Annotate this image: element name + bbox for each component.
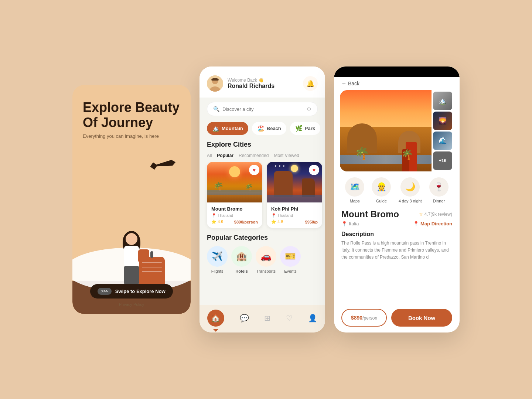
title-line2: Of Journey: [83, 115, 153, 130]
popular-categories-section: Popular Categories ✈️ Flights 🏨 Hotels 🚗…: [200, 234, 325, 273]
action-guide[interactable]: 👷 Guide: [372, 177, 391, 203]
place-name-row: Mount Bromo ☆ 4.7(9k review): [341, 209, 452, 219]
price-unit: /person: [362, 316, 377, 321]
flights-label: Flights: [211, 269, 223, 273]
header-text: Welcome Back 👋 Ronald Richards: [228, 78, 274, 89]
screen1-title: Explore Beauty Of Journey: [83, 100, 180, 130]
city-location-koh: 📍 Thailand: [271, 213, 293, 218]
header-left: Welcome Back 👋 Ronald Richards: [207, 75, 274, 92]
place-name: Mount Bromo: [341, 209, 399, 219]
category-mountain[interactable]: 🏔️ Mountain: [207, 122, 248, 135]
back-arrow: ←: [341, 81, 347, 86]
pop-cat-hotels[interactable]: 🏨 Hotels: [231, 246, 252, 273]
screen1: Explore Beauty Of Journey Everything you…: [72, 85, 191, 314]
booking-bar: $890/person Book Now: [334, 303, 460, 332]
action-maps[interactable]: 🗺️ Maps: [345, 177, 364, 203]
pop-cat-flights[interactable]: ✈️ Flights: [207, 246, 228, 273]
search-bar[interactable]: 🔍 ⚙: [207, 102, 318, 116]
hotels-label: Hotels: [235, 269, 248, 273]
events-label: Events: [284, 269, 297, 273]
welcome-text: Welcome Back 👋: [228, 78, 274, 83]
rating-text: ☆ 4.7(9k review): [419, 212, 452, 217]
action-icons-row: 🗺️ Maps 👷 Guide 🌙 4 day 3 night 🍷 Dinner: [334, 171, 460, 206]
location-name: Italia: [349, 221, 359, 226]
map-direction-link[interactable]: 📍 Map Direction: [413, 221, 452, 226]
map-direction-label: Map Direction: [420, 221, 452, 226]
category-beach[interactable]: 🏖️ Beach: [252, 122, 286, 135]
city-location-bromo: 📍 Thailand: [211, 213, 233, 218]
person-head: [126, 233, 137, 245]
city-card-mount-bromo[interactable]: 🌴 🌴 ♥ Mount Bromo 📍 Thailand ⭐ 4.9: [207, 162, 262, 228]
hero-mountains: [340, 127, 432, 171]
city-meta-bromo: 📍 Thailand: [211, 213, 258, 218]
tab-popular[interactable]: Popular: [217, 153, 233, 158]
tab-recommended[interactable]: Recommended: [239, 153, 269, 158]
screen2: Welcome Back 👋 Ronald Richards 🔔 🔍 ⚙ 🏔️ …: [200, 66, 325, 332]
pop-cat-events[interactable]: 🎫 Events: [280, 246, 301, 273]
pop-cat-transports[interactable]: 🚗 Transports: [256, 246, 276, 273]
city-price-row-koh: ⭐ 4.8 $950/p: [271, 219, 318, 224]
screen1-bottom: >>> Swipe to Explore Now Privacy Policy: [72, 284, 191, 307]
hero-palm-left: 🌴: [355, 146, 369, 160]
plane-icon: [149, 157, 177, 173]
thumbnail-1[interactable]: 🏔️: [433, 92, 452, 110]
screens-container: Explore Beauty Of Journey Everything you…: [72, 66, 460, 332]
action-dinner[interactable]: 🍷 Dinner: [429, 177, 449, 203]
category-park[interactable]: 🌿 Park: [290, 122, 320, 135]
nav-home[interactable]: 🏠: [207, 310, 224, 327]
thumbnail-3[interactable]: 🌊: [433, 132, 452, 150]
city-card-koh-phi-phi[interactable]: ✦ ✦ ✦ ♥ Koh Phi Phi 📍 Thailand ⭐ 4.8: [267, 162, 322, 228]
search-input[interactable]: [222, 106, 304, 112]
hero-water: [340, 155, 432, 164]
city-rating-koh: ⭐ 4.8: [271, 219, 283, 224]
thumbnail-more[interactable]: +16: [433, 151, 452, 170]
filter-icon[interactable]: ⚙: [307, 106, 311, 112]
description-text: The Rolle Pass is a high mountain pass i…: [341, 240, 452, 261]
popular-cats-title: Popular Categories: [207, 234, 318, 242]
city-info-koh: Koh Phi Phi 📍 Thailand ⭐ 4.8 $950/p: [267, 202, 322, 228]
transports-icon: 🚗: [256, 246, 276, 267]
favorite-button-koh[interactable]: ♥: [309, 165, 319, 175]
hero-image-container: 🌴 🌴 🏔️ 🌄 🌊 +16: [340, 90, 454, 171]
location-text: 📍 Italia: [341, 221, 359, 226]
flights-icon: ✈️: [207, 246, 228, 267]
tab-most-viewed[interactable]: Most Viewed: [274, 153, 299, 158]
maps-icon: 🗺️: [345, 177, 364, 197]
nav-grid[interactable]: ⊞: [264, 314, 270, 323]
hero-palm-right: 🌴: [401, 149, 413, 160]
transports-label: Transports: [256, 269, 276, 273]
screen3: ← Back 🌴 🌴 🏔️ 🌄: [334, 66, 460, 332]
detail-section: Mount Bromo ☆ 4.7(9k review) 📍 Italia 📍 …: [334, 206, 460, 264]
price-button[interactable]: $890/person: [341, 309, 387, 327]
thumbnail-2[interactable]: 🌄: [433, 112, 452, 130]
days-icon: 🌙: [400, 177, 420, 197]
back-bar[interactable]: ← Back: [334, 77, 460, 90]
tab-all[interactable]: All: [207, 153, 212, 158]
categories-row: 🏔️ Mountain 🏖️ Beach 🌿 Park: [200, 120, 325, 139]
rating-star: ☆: [419, 212, 424, 217]
screen2-header: Welcome Back 👋 Ronald Richards 🔔: [200, 66, 325, 98]
map-direction-icon: 📍: [413, 221, 419, 226]
bottom-nav: 🏠 💬 ⊞ ♡ 👤: [200, 305, 325, 332]
nav-favorites[interactable]: ♡: [286, 314, 293, 323]
dinner-label: Dinner: [433, 199, 445, 203]
hero-thumbnails: 🏔️ 🌄 🌊 +16: [432, 90, 454, 171]
avatar: [207, 75, 223, 92]
svg-rect-7: [211, 79, 219, 81]
location-pin-icon: 📍: [341, 221, 347, 226]
favorite-button-bromo[interactable]: ♥: [249, 165, 259, 175]
book-now-button[interactable]: Book Now: [391, 309, 452, 327]
nav-chat[interactable]: 💬: [240, 314, 249, 323]
action-days[interactable]: 🌙 4 day 3 night: [399, 177, 422, 203]
city-rating-bromo: ⭐ 4.9: [211, 219, 223, 224]
screen1-subtitle: Everything you can imagine, is here: [83, 133, 180, 139]
swipe-button[interactable]: >>> Swipe to Explore Now: [90, 284, 173, 299]
back-label: Back: [348, 81, 359, 86]
search-icon: 🔍: [213, 106, 219, 112]
city-name-bromo: Mount Bromo: [211, 206, 258, 212]
privacy-link[interactable]: Privacy Policy: [119, 302, 144, 307]
person-pants: [124, 266, 139, 284]
city-price-bromo: $890/person: [234, 220, 258, 224]
notification-button[interactable]: 🔔: [303, 76, 318, 91]
nav-profile[interactable]: 👤: [308, 314, 317, 323]
